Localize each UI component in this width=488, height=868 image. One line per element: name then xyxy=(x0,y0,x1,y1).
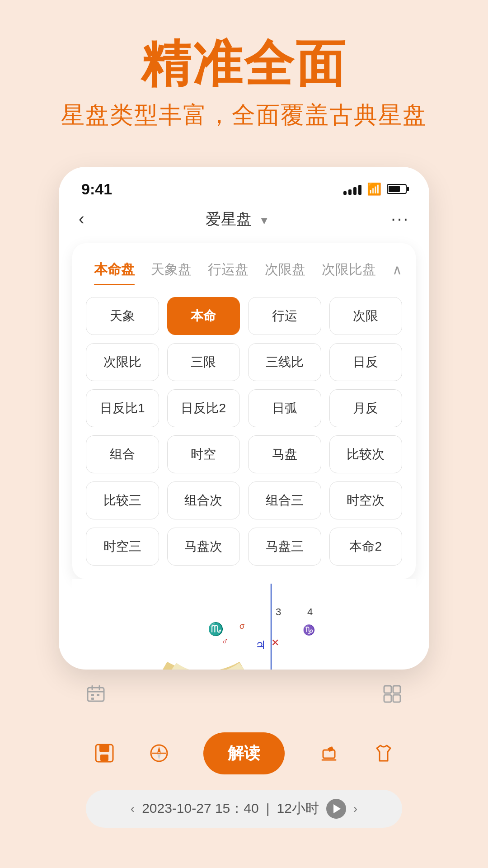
svg-text:4: 4 xyxy=(307,606,313,618)
svg-marker-25 xyxy=(157,754,161,760)
chart-btn-bijiaoci[interactable]: 比较次 xyxy=(329,435,403,473)
time-mode-text: 12小时 xyxy=(277,799,319,818)
chart-btn-rifan[interactable]: 日反 xyxy=(329,343,403,381)
grid-icon[interactable] xyxy=(382,684,402,708)
svg-marker-24 xyxy=(157,746,161,753)
chart-area: 3 4 ♏ ♂ ♃ ✕ ♑ σ xyxy=(72,579,416,670)
chart-btn-shikong[interactable]: 时空 xyxy=(167,435,240,473)
svg-rect-21 xyxy=(99,745,109,752)
chart-btn-zuhecei[interactable]: 组合次 xyxy=(167,481,240,519)
interpret-button[interactable]: 解读 xyxy=(203,732,285,774)
chart-btn-rifanbi2[interactable]: 日反比2 xyxy=(167,389,240,427)
svg-text:♃: ♃ xyxy=(255,638,266,652)
svg-rect-16 xyxy=(384,686,391,693)
chart-btn-mapanci[interactable]: 马盘次 xyxy=(167,528,240,566)
svg-rect-14 xyxy=(97,694,99,696)
svg-rect-19 xyxy=(393,695,400,702)
chart-btn-cixianbi[interactable]: 次限比 xyxy=(86,343,159,381)
svg-rect-18 xyxy=(384,695,391,702)
tab-cixian[interactable]: 次限盘 xyxy=(257,257,314,283)
chart-btn-benming[interactable]: 本命 xyxy=(167,297,240,335)
sub-title: 星盘类型丰富，全面覆盖古典星盘 xyxy=(0,100,488,131)
chart-btn-shikongci[interactable]: 时空次 xyxy=(329,481,403,519)
chart-button-grid: 天象 本命 行运 次限 次限比 三限 三线比 日反 日反比1 日反比2 日弧 月… xyxy=(86,297,402,566)
tab-benming[interactable]: 本命盘 xyxy=(86,257,143,283)
time-next-arrow[interactable]: › xyxy=(353,802,357,816)
nav-bar: ‹ 爱星盘 ▼ ··· xyxy=(59,203,429,239)
svg-text:3: 3 xyxy=(276,606,281,618)
svg-text:✕: ✕ xyxy=(271,637,279,648)
tabs-row: 本命盘 天象盘 行运盘 次限盘 次限比盘 ∧ xyxy=(86,257,402,284)
calendar-icon[interactable] xyxy=(86,684,106,708)
dropdown-panel: 本命盘 天象盘 行运盘 次限盘 次限比盘 ∧ 天象 本命 行运 次限 次限比 三… xyxy=(72,243,416,579)
tab-cixianbi[interactable]: 次限比盘 xyxy=(314,257,384,283)
dropdown-arrow-icon[interactable]: ▼ xyxy=(259,214,270,226)
svg-rect-22 xyxy=(100,755,108,761)
chart-btn-xingyun[interactable]: 行运 xyxy=(248,297,321,335)
time-bar: ‹ 2023-10-27 15：40 | 12小时 › xyxy=(86,790,402,828)
chart-btn-sanxian[interactable]: 三限 xyxy=(167,343,240,381)
signal-icon xyxy=(343,183,361,195)
astro-chart-svg: 3 4 ♏ ♂ ♃ ✕ ♑ σ xyxy=(131,579,357,670)
phone-mockup: 9:41 📶 ‹ 爱星盘 ▼ ··· xyxy=(59,167,429,670)
status-icons: 📶 xyxy=(343,182,407,196)
time-text: 2023-10-27 15：40 xyxy=(142,799,259,818)
chart-btn-yuefan[interactable]: 月反 xyxy=(329,389,403,427)
tab-tianxiang[interactable]: 天象盘 xyxy=(143,257,200,283)
svg-rect-13 xyxy=(91,694,94,696)
svg-text:♑: ♑ xyxy=(303,624,315,636)
chart-btn-sanxianbi[interactable]: 三线比 xyxy=(248,343,321,381)
chart-btn-rifanbi1[interactable]: 日反比1 xyxy=(86,389,159,427)
chart-btn-bijaosan[interactable]: 比较三 xyxy=(86,481,159,519)
shirt-icon[interactable] xyxy=(373,743,394,764)
explore-icon[interactable] xyxy=(149,743,169,764)
chart-btn-cixian[interactable]: 次限 xyxy=(329,297,403,335)
main-title: 精准全面 xyxy=(0,36,488,91)
chart-btn-tianxiang[interactable]: 天象 xyxy=(86,297,159,335)
svg-rect-15 xyxy=(91,698,94,700)
chart-btn-shikongsan[interactable]: 时空三 xyxy=(86,528,159,566)
title-section: 精准全面 星盘类型丰富，全面覆盖古典星盘 xyxy=(0,0,488,140)
battery-icon xyxy=(387,184,407,194)
page-wrapper: 精准全面 星盘类型丰富，全面覆盖古典星盘 9:41 📶 ‹ xyxy=(0,0,488,868)
tab-xingyun[interactable]: 行运盘 xyxy=(200,257,257,283)
chart-btn-rihu[interactable]: 日弧 xyxy=(248,389,321,427)
status-time: 9:41 xyxy=(81,180,112,198)
svg-text:σ: σ xyxy=(239,622,244,631)
time-play-button[interactable] xyxy=(326,799,346,819)
back-button[interactable]: ‹ xyxy=(79,209,84,229)
chart-btn-mapansan[interactable]: 马盘三 xyxy=(248,528,321,566)
status-bar: 9:41 📶 xyxy=(59,167,429,203)
bottom-toolbar xyxy=(59,673,429,719)
bottom-action-bar: 解读 xyxy=(59,723,429,783)
svg-rect-17 xyxy=(393,686,400,693)
chart-btn-mapan[interactable]: 马盘 xyxy=(248,435,321,473)
svg-text:♏: ♏ xyxy=(208,622,224,637)
svg-text:♂: ♂ xyxy=(221,636,229,647)
edit-icon[interactable] xyxy=(319,743,339,764)
svg-rect-9 xyxy=(88,688,104,701)
collapse-icon[interactable]: ∧ xyxy=(392,262,402,278)
chart-btn-zuhesan[interactable]: 组合三 xyxy=(248,481,321,519)
save-icon[interactable] xyxy=(94,743,115,764)
svg-rect-28 xyxy=(323,750,335,758)
nav-title: 爱星盘 ▼ xyxy=(206,209,269,230)
time-prev-arrow[interactable]: ‹ xyxy=(131,802,135,816)
chart-btn-benming2[interactable]: 本命2 xyxy=(329,528,403,566)
time-separator: | xyxy=(266,801,270,816)
wifi-icon: 📶 xyxy=(367,182,381,196)
chart-btn-zuhe[interactable]: 组合 xyxy=(86,435,159,473)
more-button[interactable]: ··· xyxy=(391,209,409,229)
